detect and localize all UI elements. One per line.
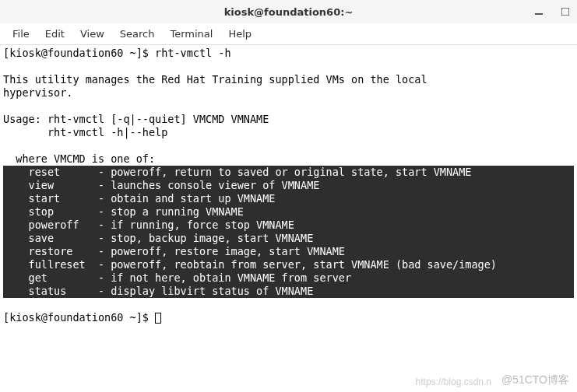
prompt: [kiosk@foundation60 ~]$ [3,47,155,59]
output-line: where VMCMD is one of: [3,152,155,165]
maximize-icon[interactable] [560,6,571,17]
command: rht-vmctl -h [155,47,231,59]
output-line-highlighted: restore - poweroff, restore image, start… [3,245,574,258]
minimize-icon[interactable] [533,6,544,17]
window-controls [533,6,571,17]
output-line: This utility manages the Red Hat Trainin… [3,73,427,86]
menu-search[interactable]: Search [112,25,163,43]
menu-terminal[interactable]: Terminal [162,25,220,43]
window-title: kiosk@foundation60:~ [224,6,354,18]
svg-rect-1 [561,8,569,16]
cursor [155,313,161,324]
prompt: [kiosk@foundation60 ~]$ [3,311,155,324]
menu-file[interactable]: File [5,25,37,43]
menu-help[interactable]: Help [220,25,259,43]
output-line-highlighted: get - if not here, obtain VMNAME from se… [3,271,574,285]
output-line-highlighted: view - launches console viewer of VMNAME [3,179,574,192]
output-line-highlighted: fullreset - poweroff, reobtain from serv… [3,258,574,271]
output-line-highlighted: reset - poweroff, return to saved or ori… [3,166,574,179]
output-line: hypervisor. [3,86,72,99]
output-line-highlighted: stop - stop a running VMNAME [3,205,574,219]
output-line: Usage: rht-vmctl [-q|--quiet] VMCMD VMNA… [3,113,269,125]
terminal-area[interactable]: [kiosk@foundation60 ~]$ rht-vmctl -h Thi… [0,45,577,392]
menubar: File Edit View Search Terminal Help [0,23,577,45]
output-line-highlighted: save - stop, backup image, start VMNAME [3,232,574,245]
menu-view[interactable]: View [72,25,112,43]
output-line-highlighted: poweroff - if running, force stop VMNAME [3,219,574,232]
svg-rect-0 [535,13,543,15]
output-line-highlighted: status - display libvirt status of VMNAM… [3,285,574,298]
output-line: rht-vmctl -h|--help [3,126,167,138]
output-line-highlighted: start - obtain and start up VMNAME [3,192,574,205]
menu-edit[interactable]: Edit [37,25,72,43]
window-titlebar: kiosk@foundation60:~ [0,0,577,23]
